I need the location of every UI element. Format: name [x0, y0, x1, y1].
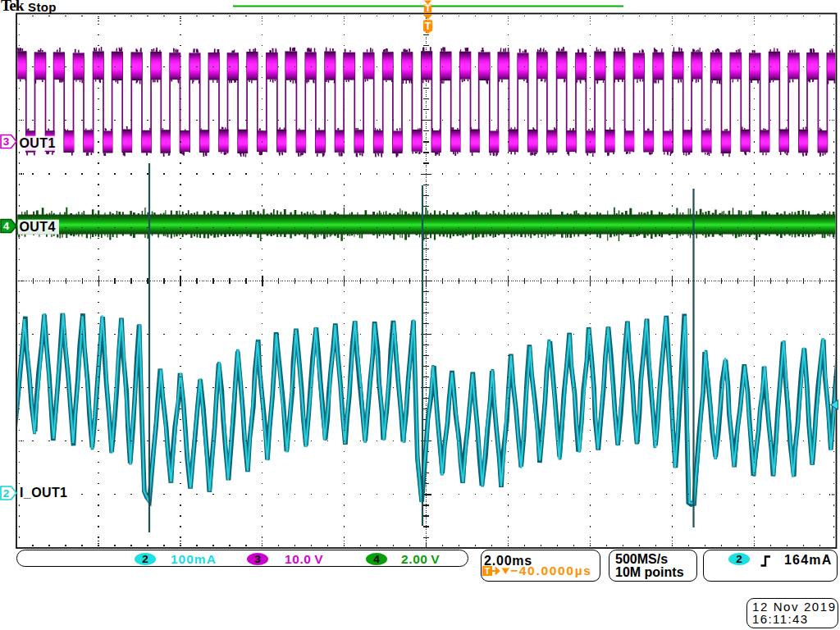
- svg-text:3: 3: [3, 135, 10, 148]
- svg-text:2: 2: [3, 487, 10, 500]
- svg-text:OUT4: OUT4: [20, 220, 56, 234]
- svg-text:4: 4: [3, 220, 10, 232]
- svg-text:T: T: [425, 3, 431, 13]
- svg-text:OUT1: OUT1: [20, 136, 56, 150]
- svg-text:T: T: [425, 21, 431, 32]
- svg-text:I_OUT1: I_OUT1: [20, 486, 67, 500]
